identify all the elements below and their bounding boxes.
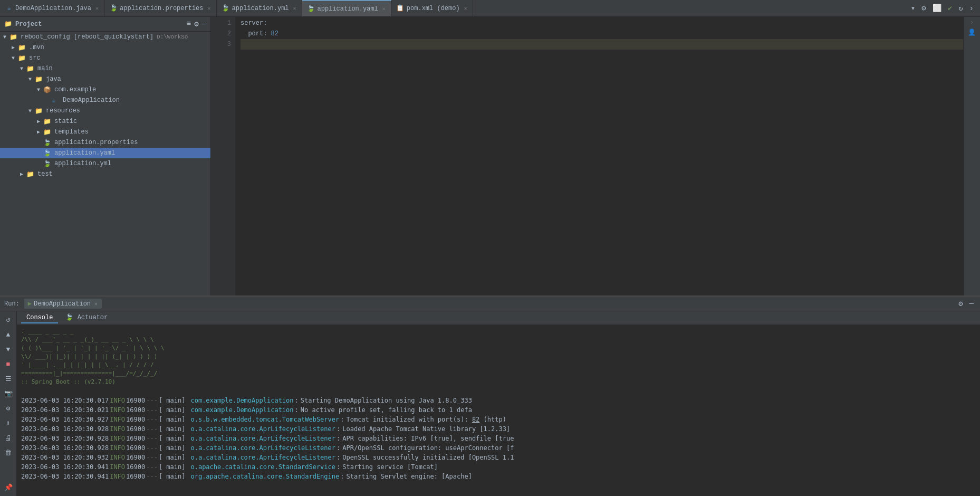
- main-folder-icon: 📁: [26, 64, 35, 73]
- actuator-tab-label: Actuator: [78, 314, 108, 321]
- tree-app-yml[interactable]: ▶ 🍃 application.yml: [0, 158, 210, 169]
- chevron-right-btn[interactable]: ›: [967, 3, 976, 14]
- src-label: src: [29, 54, 41, 62]
- gear-btn[interactable]: ⚙: [2, 402, 15, 415]
- line-numbers: 1 2 3: [214, 17, 235, 295]
- log-thread-2: [ main]: [159, 405, 186, 415]
- resources-folder-icon: 📁: [35, 107, 43, 115]
- tab-overflow-btn[interactable]: ▾: [909, 3, 917, 14]
- code-port-key: port:: [241, 30, 271, 37]
- log-thread-9: [ main]: [159, 472, 186, 481]
- log-line-6: 2023-06-03 16:20:30.928 INFO 16900 --- […: [21, 443, 976, 453]
- tree-test[interactable]: ▶ 📁 test: [0, 169, 210, 179]
- templates-arrow: ▶: [35, 129, 42, 135]
- list-btn[interactable]: ☰: [2, 373, 15, 385]
- reload-btn[interactable]: ↻: [956, 3, 965, 14]
- tree-static[interactable]: ▶ 📁 static: [0, 116, 210, 127]
- tab-expand-btn[interactable]: ⬜: [930, 3, 944, 14]
- log-msg-8: Starting service [Tomcat]: [342, 462, 438, 472]
- banner-line-4: \\/ ___)| |_)| | | | | || (_| | ) ) ) ): [21, 352, 976, 361]
- tab-close-app-yaml[interactable]: ✕: [382, 6, 386, 12]
- java-arrow: ▼: [26, 77, 34, 82]
- root-label: reboot_config [reboot_quicklystart]: [21, 33, 153, 41]
- project-tree-icon[interactable]: ≡: [187, 20, 191, 28]
- tab-close-app-props[interactable]: ✕: [208, 5, 211, 12]
- editor-content[interactable]: 1 2 3 server: port: 82 ›: [211, 17, 980, 295]
- xml-file-icon: 📋: [397, 5, 404, 12]
- tree-demo-app[interactable]: ▶ ☕ DemoApplication: [0, 95, 210, 106]
- log-msg-4: Loaded Apache Tomcat Native library [1.2…: [342, 424, 510, 434]
- log-date-1: 2023-06-03 16:20:30.017: [21, 396, 109, 405]
- camera-btn[interactable]: 📷: [2, 387, 15, 400]
- log-class-6: o.a.catalina.core.AprLifecycleListener: [190, 443, 335, 453]
- editor-chevron-right[interactable]: ›: [970, 19, 974, 26]
- yaml-file-icon-tree: 🍃: [43, 149, 52, 157]
- tree-src[interactable]: ▼ 📁 src: [0, 53, 210, 63]
- log-thread-5: [ main]: [159, 434, 186, 443]
- scroll-up-btn[interactable]: ▲: [2, 328, 15, 341]
- log-level-3: INFO: [110, 415, 125, 424]
- log-date-4: 2023-06-03 16:20:30.928: [21, 424, 109, 434]
- log-colon-2: :: [295, 405, 299, 415]
- pkg-arrow: ▼: [35, 87, 42, 93]
- print-btn[interactable]: 🖨: [2, 432, 15, 444]
- log-thread-8: [ main]: [159, 462, 186, 472]
- editor-user-icon[interactable]: 👤: [968, 28, 976, 36]
- tab-settings-btn[interactable]: ⚙: [919, 3, 928, 14]
- code-area[interactable]: server: port: 82: [235, 17, 963, 295]
- tab-demo-java[interactable]: ☕ DemoApplication.java ✕: [0, 0, 104, 16]
- console-tab-label: Console: [26, 314, 53, 321]
- tab-close-app-yml[interactable]: ✕: [293, 5, 296, 12]
- log-msg-7: OpenSSL successfully initialized [OpenSS…: [342, 453, 514, 462]
- log-date-6: 2023-06-03 16:20:30.928: [21, 443, 109, 453]
- tree-resources[interactable]: ▼ 📁 resources: [0, 106, 210, 116]
- import-btn[interactable]: ⬆: [2, 417, 15, 430]
- tree-mvn[interactable]: ▶ 📁 .mvn: [0, 42, 210, 53]
- tab-app-props[interactable]: 🍃 application.properties ✕: [104, 0, 216, 16]
- log-level-2: INFO: [110, 405, 125, 415]
- run-minimize-icon[interactable]: —: [967, 298, 976, 309]
- log-class-4: o.a.catalina.core.AprLifecycleListener: [190, 424, 335, 434]
- run-settings-icon[interactable]: ⚙: [956, 298, 965, 309]
- static-folder-icon: 📁: [43, 117, 52, 126]
- actuator-tab[interactable]: 🍃 Actuator: [60, 312, 113, 323]
- tree-app-props[interactable]: ▶ 🍃 application.properties: [0, 137, 210, 148]
- tree-templates[interactable]: ▶ 📁 templates: [0, 127, 210, 137]
- project-settings-icon[interactable]: ⚙: [194, 20, 198, 28]
- tree-java[interactable]: ▼ 📁 java: [0, 74, 210, 84]
- log-sep-4: ---: [146, 424, 158, 434]
- banner-line-3: ( ( )\___ | '_ | '_| | '_ \/ _` | \ \ \ …: [21, 344, 976, 352]
- tab-close-pom-xml[interactable]: ✕: [464, 5, 467, 12]
- pkg-label: com.example: [54, 86, 96, 93]
- tree-root[interactable]: ▼ 📁 reboot_config [reboot_quicklystart] …: [0, 32, 210, 42]
- stop-btn[interactable]: ■: [2, 358, 15, 370]
- tab-pom-xml[interactable]: 📋 pom.xml (demo) ✕: [391, 0, 473, 16]
- tree-package[interactable]: ▼ 📦 com.example: [0, 84, 210, 95]
- code-line-1: server:: [241, 18, 963, 28]
- tab-close-demo-java[interactable]: ✕: [95, 5, 99, 12]
- tree-app-yaml[interactable]: ▶ 🍃 application.yaml: [0, 148, 210, 158]
- scroll-down-btn[interactable]: ▼: [2, 343, 15, 356]
- pin-btn[interactable]: 📌: [2, 481, 15, 494]
- delete-btn[interactable]: 🗑: [2, 446, 15, 459]
- console-tab[interactable]: Console: [21, 313, 58, 323]
- log-date-5: 2023-06-03 16:20:30.928: [21, 434, 109, 443]
- app-props-label: application.properties: [54, 139, 138, 146]
- restart-btn[interactable]: ↺: [2, 313, 15, 326]
- log-pid-5: 16900: [126, 434, 145, 443]
- project-collapse-icon[interactable]: —: [202, 20, 206, 28]
- tab-bar: ☕ DemoApplication.java ✕ 🍃 application.p…: [0, 0, 980, 17]
- tab-app-yml[interactable]: 🍃 application.yml ✕: [217, 0, 302, 16]
- tree-main[interactable]: ▼ 📁 main: [0, 63, 210, 74]
- log-msg-1: Starting DemoApplication using Java 1.8.…: [301, 396, 472, 405]
- tab-app-yaml[interactable]: 🍃 application.yaml ✕: [302, 0, 391, 16]
- log-colon-6: :: [337, 443, 340, 453]
- checkmark-btn[interactable]: ✔: [946, 3, 954, 14]
- run-tab-close[interactable]: ✕: [94, 301, 98, 307]
- src-arrow: ▼: [9, 55, 17, 61]
- main-arrow: ▼: [18, 66, 25, 72]
- log-pid-6: 16900: [126, 443, 145, 453]
- project-header-actions: ≡ ⚙ —: [187, 20, 206, 28]
- templates-label: templates: [54, 128, 89, 136]
- run-tab-demo[interactable]: ▶ DemoApplication ✕: [24, 299, 102, 309]
